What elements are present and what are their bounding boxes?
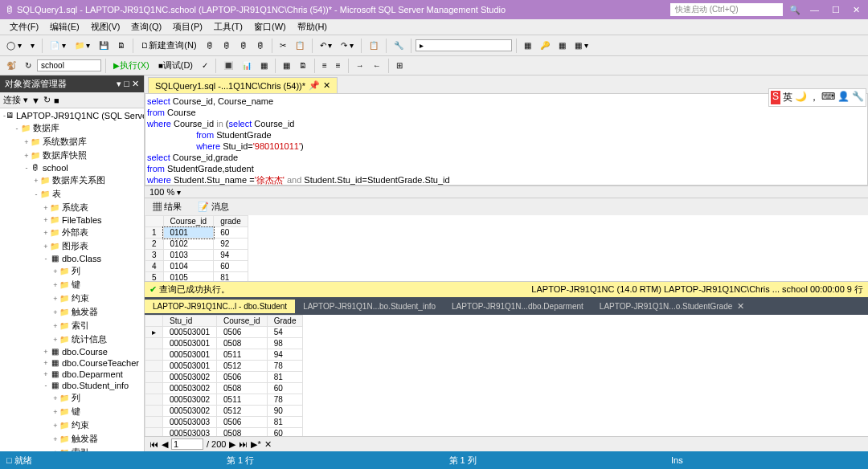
tree-item[interactable]: +📁触发器 — [2, 305, 142, 319]
cut-button[interactable]: ✂ — [276, 39, 289, 51]
misc-icon[interactable]: ⊞ — [393, 59, 406, 71]
tree-root[interactable]: -🖥 LAPTOP-JR91Q1NC (SQL Server 1... — [2, 110, 142, 121]
uncomment-icon[interactable]: ≡ — [333, 59, 344, 71]
database-dropdown[interactable]: school — [37, 59, 101, 71]
tab-close-icon[interactable]: ✕ — [737, 301, 744, 311]
undo-button[interactable]: ↶ ▾ — [317, 39, 336, 51]
nav-back-button[interactable]: ◯ ▾ — [3, 39, 25, 51]
find-button[interactable]: 📋 — [366, 39, 382, 51]
menu-item[interactable]: 帮助(H) — [293, 20, 332, 34]
tree-item[interactable]: +▦dbo.CourseTeacher — [2, 357, 142, 369]
tree-item[interactable]: +📁索引 — [2, 446, 142, 451]
tool-d[interactable]: ▦ ▾ — [571, 39, 592, 51]
tool-c[interactable]: ▦ — [555, 39, 569, 51]
ime-punct-icon[interactable]: ， — [809, 91, 819, 104]
ime-keyboard-icon[interactable]: ⌨ — [821, 91, 835, 104]
execute-button[interactable]: ▶ 执行(X) — [110, 58, 153, 73]
tool-b[interactable]: 🔑 — [537, 39, 553, 51]
open-file-button[interactable]: 📄 ▾ — [47, 39, 69, 51]
db-icon-1[interactable]: 🛢 — [203, 39, 217, 51]
panel-controls[interactable]: ▾ □ ✕ — [117, 79, 139, 89]
nav-prev-icon[interactable]: ◀ — [162, 439, 168, 450]
ime-moon-icon[interactable]: 🌙 — [795, 91, 807, 104]
db-pick-icon[interactable]: 🐒 — [3, 59, 19, 71]
tree-item[interactable]: -📁表 — [2, 187, 142, 201]
menu-item[interactable]: 项目(P) — [168, 20, 207, 34]
object-tree[interactable]: -🖥 LAPTOP-JR91Q1NC (SQL Server 1... -📁数据… — [0, 108, 144, 451]
tree-item[interactable]: +📁图形表 — [2, 239, 142, 253]
tree-item[interactable]: +📁列 — [2, 391, 142, 405]
save-button[interactable]: 💾 — [96, 39, 112, 51]
stats-icon[interactable]: 📊 — [239, 59, 255, 71]
table-tab[interactable]: LAPTOP-JR91Q1N...bo.Student_info — [295, 300, 444, 313]
menu-item[interactable]: 文件(F) — [5, 20, 43, 34]
ime-tool-icon[interactable]: 🔧 — [852, 91, 864, 104]
tree-item[interactable]: +📁外部表 — [2, 226, 142, 239]
ime-lang-icon[interactable]: 英 — [783, 91, 792, 104]
new-query-button[interactable]: 🗋 新建查询(N) — [137, 38, 199, 53]
text-results-icon[interactable]: ▦ — [280, 59, 293, 71]
connect-button[interactable]: 连接 ▾ — [3, 94, 28, 106]
debug-button[interactable]: ■ 调试(D) — [155, 58, 196, 73]
pin-icon[interactable]: 📌 — [309, 80, 320, 91]
nav-fwd-button[interactable]: ▾ — [27, 39, 38, 51]
nav-first-icon[interactable]: ⏮ — [149, 439, 158, 449]
copy-button[interactable]: 📋 — [292, 39, 308, 51]
tree-item[interactable]: +▦dbo.Course — [2, 346, 142, 357]
db-icon-3[interactable]: 🛢 — [236, 39, 251, 51]
maximize-button[interactable]: ☐ — [829, 5, 843, 15]
indent-icon[interactable]: → — [353, 59, 367, 71]
tool-button[interactable]: 🔧 — [391, 39, 407, 51]
filter-icon[interactable]: ▼ — [31, 96, 40, 105]
menu-item[interactable]: 编辑(E) — [45, 20, 84, 34]
menu-item[interactable]: 工具(T) — [209, 20, 248, 34]
tree-item[interactable]: -📁数据库 — [2, 121, 142, 135]
search-icon[interactable]: 🔍 — [789, 5, 800, 15]
tree-item[interactable]: +📁键 — [2, 278, 142, 292]
table-tab[interactable]: LAPTOP-JR91Q1N...o.StudentGrade✕ — [592, 299, 752, 314]
outdent-icon[interactable]: ← — [370, 59, 384, 71]
nav-position-input[interactable] — [171, 438, 203, 450]
menu-item[interactable]: 查询(Q) — [126, 20, 166, 34]
tree-item[interactable]: +📁FileTables — [2, 214, 142, 226]
close-button[interactable]: ✕ — [850, 5, 863, 15]
db-icon-2[interactable]: 🛢 — [219, 39, 234, 51]
table-tab[interactable]: LAPTOP-JR91Q1NC...l - dbo.Student — [145, 300, 295, 313]
nav-del-icon[interactable]: ✕ — [264, 439, 272, 450]
results-grid[interactable]: Course_idgrade10101602010292301039440104… — [145, 215, 868, 281]
db-icon-4[interactable]: 🛢 — [253, 39, 268, 51]
tree-item[interactable]: -🛢school — [2, 162, 142, 173]
sql-editor[interactable]: select Course_id, Course_namefrom Course… — [145, 93, 868, 186]
tab-close-icon[interactable]: ✕ — [323, 80, 330, 91]
tree-item[interactable]: +📁触发器 — [2, 432, 142, 446]
tree-item[interactable]: +📁统计信息 — [2, 332, 142, 346]
comment-icon[interactable]: ≡ — [319, 59, 330, 71]
tree-item[interactable]: +📁索引 — [2, 319, 142, 332]
tree-item[interactable]: +📁约束 — [2, 418, 142, 432]
nav-next-icon[interactable]: ▶ — [229, 439, 235, 450]
nav-last-icon[interactable]: ⏭ — [239, 439, 248, 449]
zoom-indicator[interactable]: 100 % ▾ — [145, 186, 868, 198]
plan-icon[interactable]: 🔳 — [220, 59, 236, 71]
tree-item[interactable]: +▦dbo.Deparment — [2, 369, 142, 380]
nav-new-icon[interactable]: ▶* — [251, 439, 260, 450]
stop-icon[interactable]: ■ — [54, 96, 59, 105]
grid-icon[interactable]: ▦ — [257, 59, 271, 71]
tree-item[interactable]: -▦dbo.Class — [2, 253, 142, 264]
tree-item[interactable]: +📁数据库关系图 — [2, 173, 142, 187]
sql-tab[interactable]: SQLQuery1.sql -...1Q1NC\Chris (54))* 📌 ✕ — [148, 77, 338, 93]
save-all-button[interactable]: 🗎 — [114, 39, 129, 51]
to-file-icon[interactable]: 🗎 — [296, 59, 310, 71]
refresh-tree-icon[interactable]: ↻ — [43, 95, 51, 105]
tree-item[interactable]: +📁键 — [2, 405, 142, 418]
tree-item[interactable]: +📁系统表 — [2, 201, 142, 214]
ime-widget[interactable]: S 英 🌙 ， ⌨ 👤 🔧 — [768, 88, 866, 107]
tree-item[interactable]: +📁数据库快照 — [2, 149, 142, 162]
tool-a[interactable]: ▦ — [521, 39, 534, 51]
ime-person-icon[interactable]: 👤 — [837, 91, 850, 104]
minimize-button[interactable]: — — [807, 5, 822, 14]
menu-item[interactable]: 窗口(W) — [249, 20, 291, 34]
results-tab[interactable]: ▦ 结果 — [149, 200, 185, 214]
quick-launch-input[interactable]: 快速启动 (Ctrl+Q) — [670, 3, 783, 16]
folder-button[interactable]: 📁 ▾ — [72, 39, 94, 51]
